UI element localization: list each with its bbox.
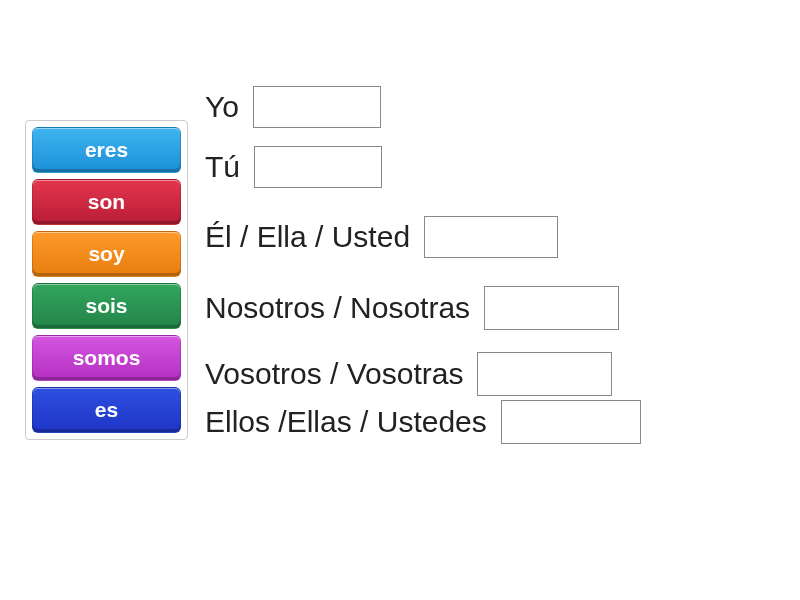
tile-label: es [95,398,118,422]
tile-label: somos [73,346,141,370]
prompt-row-tu: Tú [205,146,641,188]
prompt-row-el: Él / Ella / Usted [205,216,641,258]
prompt-row-yo: Yo [205,86,641,128]
prompt-label: Ellos /Ellas / Ustedes [205,407,487,437]
prompt-label: Nosotros / Nosotras [205,293,470,323]
prompt-label: Tú [205,152,240,182]
prompt-row-vosotros: Vosotros / Vosotras [205,352,641,396]
tile-label: son [88,190,125,214]
dropzone-el[interactable] [424,216,558,258]
prompt-label: Él / Ella / Usted [205,222,410,252]
tile-panel: eres son soy sois somos es [25,120,188,440]
dropzone-yo[interactable] [253,86,381,128]
tile-label: sois [85,294,127,318]
prompt-row-nosotros: Nosotros / Nosotras [205,286,641,330]
prompt-label: Yo [205,92,239,122]
dropzone-vosotros[interactable] [477,352,612,396]
tile-label: soy [88,242,124,266]
tile-es[interactable]: es [32,387,181,433]
tile-somos[interactable]: somos [32,335,181,381]
prompt-label: Vosotros / Vosotras [205,359,463,389]
tile-son[interactable]: son [32,179,181,225]
tile-soy[interactable]: soy [32,231,181,277]
prompts: Yo Tú Él / Ella / Usted Nosotros / Nosot… [205,86,641,444]
dropzone-nosotros[interactable] [484,286,619,330]
tile-eres[interactable]: eres [32,127,181,173]
tile-label: eres [85,138,128,162]
dropzone-tu[interactable] [254,146,382,188]
tile-sois[interactable]: sois [32,283,181,329]
dropzone-ellos[interactable] [501,400,641,444]
prompt-row-ellos: Ellos /Ellas / Ustedes [205,400,641,444]
